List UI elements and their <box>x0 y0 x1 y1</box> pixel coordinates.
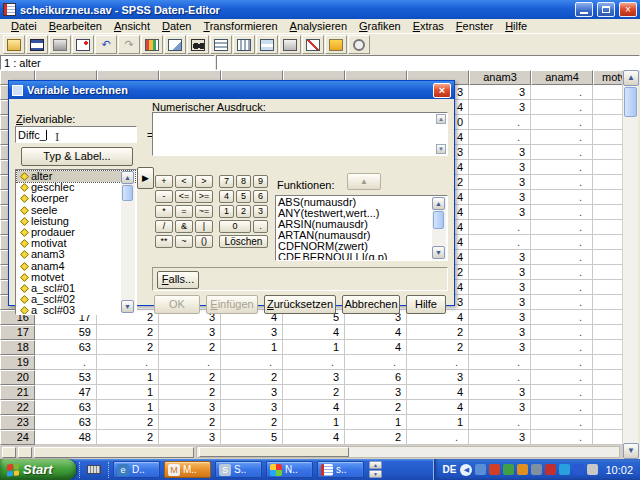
cell[interactable]: . <box>593 265 622 280</box>
variable-list-scrollbar[interactable]: ▲▼ <box>121 171 135 313</box>
cell[interactable]: . <box>593 130 622 145</box>
use-variable-sets-button[interactable] <box>348 35 370 54</box>
cell[interactable]: . <box>593 190 622 205</box>
cell[interactable]: 3 <box>469 295 531 310</box>
cell[interactable]: . <box>469 130 531 145</box>
keypad-=-button[interactable]: = <box>175 205 193 218</box>
cell[interactable]: . <box>593 205 622 220</box>
cell[interactable]: . <box>593 115 622 130</box>
cell[interactable]: 3 <box>221 400 283 415</box>
keypad-8-button[interactable]: 8 <box>236 175 251 188</box>
undo-button[interactable]: ↶ <box>95 35 117 54</box>
cell[interactable]: . <box>593 235 622 250</box>
cell[interactable]: 2 <box>159 385 221 400</box>
cell[interactable]: . <box>469 415 531 430</box>
monitor-icon[interactable] <box>587 464 598 475</box>
cell[interactable]: 4 <box>283 325 345 340</box>
cell[interactable]: 1 <box>345 415 407 430</box>
scroll-down-icon[interactable]: ▼ <box>432 246 445 259</box>
cell[interactable]: . <box>531 100 593 115</box>
cell[interactable]: 2 <box>159 340 221 355</box>
cell[interactable]: 1 <box>283 415 345 430</box>
cell[interactable]: . <box>345 355 407 370</box>
scroll-down-icon[interactable]: ▼ <box>623 443 639 459</box>
cell[interactable]: . <box>531 415 593 430</box>
cell[interactable]: 4 <box>345 340 407 355</box>
cell[interactable]: 59 <box>35 325 97 340</box>
cell[interactable]: . <box>531 130 593 145</box>
scroll-thumb[interactable] <box>122 185 133 201</box>
cell[interactable]: . <box>531 400 593 415</box>
scroll-up-icon[interactable]: ▲ <box>432 197 445 210</box>
scroll-up-icon[interactable]: ▲ <box>623 70 639 86</box>
close-button[interactable]: × <box>619 2 637 17</box>
cell[interactable]: . <box>593 145 622 160</box>
cell[interactable]: 53 <box>35 370 97 385</box>
keypad-/-button[interactable]: / <box>155 220 173 233</box>
expr-scroll-down-icon[interactable]: ▼ <box>436 144 446 154</box>
dialog-recall-button[interactable] <box>72 35 94 54</box>
menu-analysieren[interactable]: Analysieren <box>284 20 353 32</box>
cell[interactable]: 2 <box>97 340 159 355</box>
cell[interactable]: 1 <box>407 415 469 430</box>
cell[interactable]: 3 <box>345 385 407 400</box>
language-indicator[interactable]: DE <box>443 464 457 475</box>
cell[interactable]: . <box>593 250 622 265</box>
taskbar-scroll-up-icon[interactable]: ▲ <box>369 461 382 469</box>
horizontal-scrollbar[interactable] <box>196 446 620 458</box>
keypad-1-button[interactable]: 1 <box>219 205 234 218</box>
cell[interactable]: 4 <box>407 400 469 415</box>
vertical-scrollbar[interactable]: ▲ ▼ <box>622 70 638 459</box>
keypad->-button[interactable]: > <box>195 175 213 188</box>
if-button[interactable]: Falls... <box>157 271 199 289</box>
numeric-expression-input[interactable]: ▲ ▼ <box>152 112 448 156</box>
cell[interactable]: . <box>593 175 622 190</box>
keypad-~-button[interactable]: ~ <box>175 235 193 248</box>
variable-item-koerper[interactable]: koerper <box>17 193 135 204</box>
goto-chart-button[interactable] <box>141 35 163 54</box>
cell[interactable]: . <box>531 115 593 130</box>
keypad-7-button[interactable]: 7 <box>219 175 234 188</box>
keypad-+-button[interactable]: + <box>155 175 173 188</box>
cell[interactable]: . <box>593 220 622 235</box>
cell[interactable]: . <box>35 355 97 370</box>
cell[interactable]: . <box>469 370 531 385</box>
cell[interactable]: . <box>407 430 469 445</box>
update-icon[interactable] <box>517 464 528 475</box>
column-header-anam3[interactable]: anam3 <box>469 70 531 85</box>
cell-editor-field[interactable] <box>216 55 640 70</box>
cell[interactable]: 2 <box>159 415 221 430</box>
cell[interactable]: 6 <box>345 370 407 385</box>
scroll-down-icon[interactable]: ▼ <box>121 300 134 313</box>
cell[interactable]: 1 <box>221 340 283 355</box>
row-number[interactable]: 17 <box>0 325 35 340</box>
cell[interactable]: 3 <box>469 325 531 340</box>
keypad-5-button[interactable]: 5 <box>236 190 251 203</box>
horizontal-scroll-thumb[interactable] <box>199 447 349 457</box>
cell[interactable]: 4 <box>283 400 345 415</box>
keypad-<=-button[interactable]: <= <box>175 190 193 203</box>
menu-datei[interactable]: Datei <box>5 20 43 32</box>
lightning-icon[interactable] <box>573 464 584 475</box>
tab-scroll-right-button[interactable] <box>18 447 32 458</box>
cell[interactable]: 3 <box>469 340 531 355</box>
shield-icon[interactable] <box>503 464 514 475</box>
cell[interactable]: . <box>531 250 593 265</box>
find-button[interactable] <box>187 35 209 54</box>
save-file-button[interactable] <box>26 35 48 54</box>
expr-scroll-up-icon[interactable]: ▲ <box>436 114 446 124</box>
cell[interactable]: 3 <box>221 385 283 400</box>
weight-cases-button[interactable] <box>279 35 301 54</box>
keyboard-icon[interactable] <box>87 465 101 474</box>
display-icon[interactable] <box>531 464 542 475</box>
split-file-button[interactable] <box>256 35 278 54</box>
menu-transformieren[interactable]: Transformieren <box>197 20 283 32</box>
messenger-icon[interactable] <box>559 464 570 475</box>
keypad-4-button[interactable]: 4 <box>219 190 234 203</box>
dialog-close-button[interactable]: × <box>433 83 451 98</box>
column-header-motve[interactable]: motve <box>593 70 622 85</box>
cell[interactable]: 48 <box>35 430 97 445</box>
row-number[interactable]: 20 <box>0 370 35 385</box>
row-number[interactable]: 23 <box>0 415 35 430</box>
menu-fenster[interactable]: Fenster <box>450 20 499 32</box>
